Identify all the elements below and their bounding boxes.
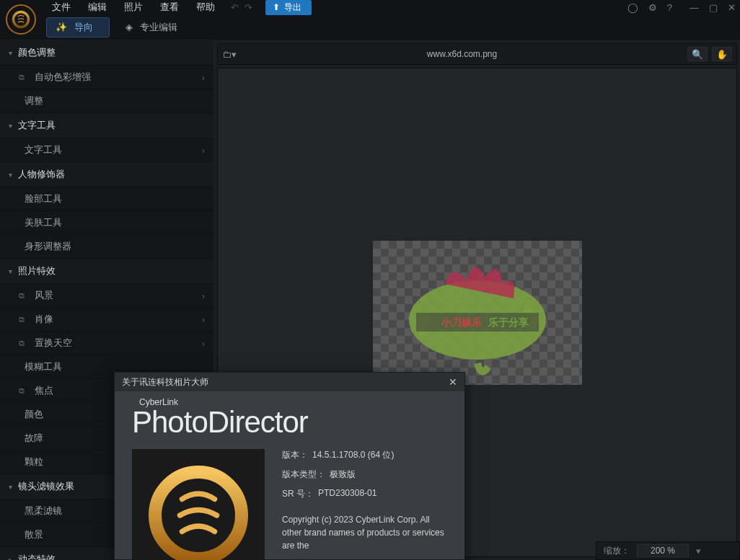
sidebar-item-3-2[interactable]: ⧉置换天空› [0, 332, 213, 355]
sidebar-item-3-1[interactable]: ⧉肖像› [0, 308, 213, 332]
ai-icon: ⧉ [19, 291, 30, 301]
chevron-icon: ▾ [9, 483, 12, 491]
close-icon[interactable]: ✕ [728, 2, 736, 13]
panel-title: 颜色调整 [18, 46, 56, 59]
panel-head-0[interactable]: ▾颜色调整 [0, 40, 213, 66]
chevron-icon: ▾ [9, 49, 12, 57]
upload-icon: ⬆ [273, 2, 280, 12]
item-label: 颜色 [25, 408, 43, 421]
file-name: www.x6d.com.png [242, 49, 682, 59]
item-label: 肖像 [35, 313, 53, 326]
menu-edit[interactable]: 编辑 [81, 0, 114, 15]
type-value: 极致版 [330, 468, 356, 481]
version-value: 14.5.1.1708.0 (64 位) [312, 449, 394, 461]
item-label: 调整 [25, 94, 43, 107]
item-label: 置换天空 [35, 337, 72, 350]
chevron-right-icon: › [202, 72, 205, 83]
panel-title: 动态特效 [18, 553, 56, 560]
sidebar-item-2-2[interactable]: 身形调整器 [0, 235, 213, 259]
chevron-icon: ▾ [9, 267, 12, 275]
undo-icon[interactable]: ↶ [231, 2, 239, 13]
app-logo-icon [6, 4, 36, 35]
wand-icon: ✨ [56, 22, 67, 32]
ai-icon: ⧉ [19, 339, 30, 348]
panel-head-3[interactable]: ▾照片特效 [0, 259, 213, 284]
zoom-label: 缩放： [604, 545, 630, 557]
panel-head-2[interactable]: ▾人物修饰器 [0, 162, 213, 187]
zoom-value[interactable]: 200 % [637, 544, 689, 557]
item-label: 脸部工具 [25, 192, 62, 205]
chevron-icon: ▾ [9, 122, 12, 130]
diamond-icon: ◈ [125, 22, 133, 32]
ai-icon: ⧉ [19, 315, 30, 324]
item-label: 焦点 [35, 384, 53, 397]
zoom-tool-icon[interactable]: 🔍 [687, 47, 708, 61]
panel-title: 照片特效 [18, 265, 56, 277]
redo-icon[interactable]: ↷ [245, 2, 252, 13]
about-close-icon[interactable]: ✕ [449, 376, 457, 388]
svg-point-0 [14, 12, 29, 27]
item-label: 文字工具 [25, 143, 62, 156]
svg-text:小刀娱乐: 小刀娱乐 [441, 316, 482, 328]
copyright-text: Copyright (c) 2023 CyberLink Corp. All o… [282, 513, 447, 552]
menu-help[interactable]: 帮助 [189, 0, 222, 15]
panel-title: 镜头滤镜效果 [18, 480, 74, 493]
status-bar: 缩放： 200 % ▾ [596, 541, 740, 560]
folder-icon[interactable]: 🗀▾ [222, 49, 237, 60]
svg-text:乐于分享: 乐于分享 [488, 316, 529, 328]
wizard-label: 导向 [74, 21, 93, 34]
chevron-icon: ▸ [9, 556, 12, 561]
about-dialog: 关于讯连科技相片大师 ✕ CyberLink PhotoDirector 版本：… [114, 372, 465, 560]
minimize-icon[interactable]: — [690, 2, 699, 13]
item-label: 颗粒 [25, 455, 43, 468]
ai-icon: ⧉ [19, 73, 30, 82]
ai-icon: ⧉ [19, 386, 30, 396]
about-title-text: 关于讯连科技相片大师 [122, 376, 208, 388]
version-label: 版本： [282, 449, 308, 461]
path-bar: 🗀▾ www.x6d.com.png 🔍 ✋ [217, 43, 737, 65]
about-titlebar: 关于讯连科技相片大师 ✕ [115, 373, 464, 391]
item-label: 美肤工具 [25, 216, 62, 229]
menu-view[interactable]: 查看 [153, 0, 186, 15]
chevron-right-icon: › [202, 145, 205, 156]
sidebar-item-0-0[interactable]: ⧉自动色彩增强› [0, 66, 213, 89]
chevron-right-icon: › [202, 338, 205, 349]
about-brand: PhotoDirector [132, 407, 447, 437]
sr-value: PTD230308-01 [318, 488, 376, 500]
sidebar-item-2-1[interactable]: 美肤工具 [0, 211, 213, 235]
item-label: 身形调整器 [25, 240, 71, 253]
settings-icon[interactable]: ⚙ [648, 2, 657, 13]
item-label: 自动色彩增强 [35, 71, 91, 84]
item-label: 模糊工具 [25, 360, 62, 373]
toolbar: ✨ 导向 ◈ 专业编辑 [0, 14, 740, 40]
maximize-icon[interactable]: ▢ [709, 2, 718, 13]
sr-label: SR 号： [282, 488, 314, 500]
item-label: 散景 [25, 528, 43, 541]
pro-edit-button[interactable]: ◈ 专业编辑 [125, 21, 177, 34]
help-icon[interactable]: ? [667, 2, 672, 13]
type-label: 版本类型： [282, 468, 325, 481]
export-label: 导出 [284, 1, 301, 14]
account-icon[interactable]: ◯ [627, 2, 638, 13]
wizard-button[interactable]: ✨ 导向 [46, 17, 110, 37]
chevron-icon: ▾ [9, 171, 12, 179]
pan-tool-icon[interactable]: ✋ [712, 47, 732, 61]
sidebar-item-2-0[interactable]: 脸部工具 [0, 187, 213, 211]
image-preview: 小刀娱乐 乐于分享 [373, 241, 582, 385]
sidebar-item-1-0[interactable]: 文字工具› [0, 138, 213, 162]
about-logo-icon [132, 449, 265, 560]
menu-photo[interactable]: 照片 [117, 0, 150, 15]
chevron-right-icon: › [202, 290, 205, 301]
title-bar: 文件 编辑 照片 查看 帮助 ↶ ↷ ⬆ 导出 ◯ ⚙ ? — ▢ ✕ [0, 0, 740, 14]
item-label: 风景 [35, 289, 53, 302]
panel-head-1[interactable]: ▾文字工具 [0, 113, 213, 138]
chevron-right-icon: › [202, 314, 205, 325]
item-label: 黑柔滤镜 [25, 505, 62, 517]
sidebar-item-3-0[interactable]: ⧉风景› [0, 284, 213, 308]
export-button[interactable]: ⬆ 导出 [265, 0, 312, 15]
sidebar-item-0-1[interactable]: 调整 [0, 89, 213, 113]
panel-title: 文字工具 [18, 119, 56, 132]
zoom-dropdown-icon[interactable]: ▾ [696, 546, 701, 556]
svg-point-5 [155, 472, 242, 559]
menu-file[interactable]: 文件 [45, 0, 78, 15]
